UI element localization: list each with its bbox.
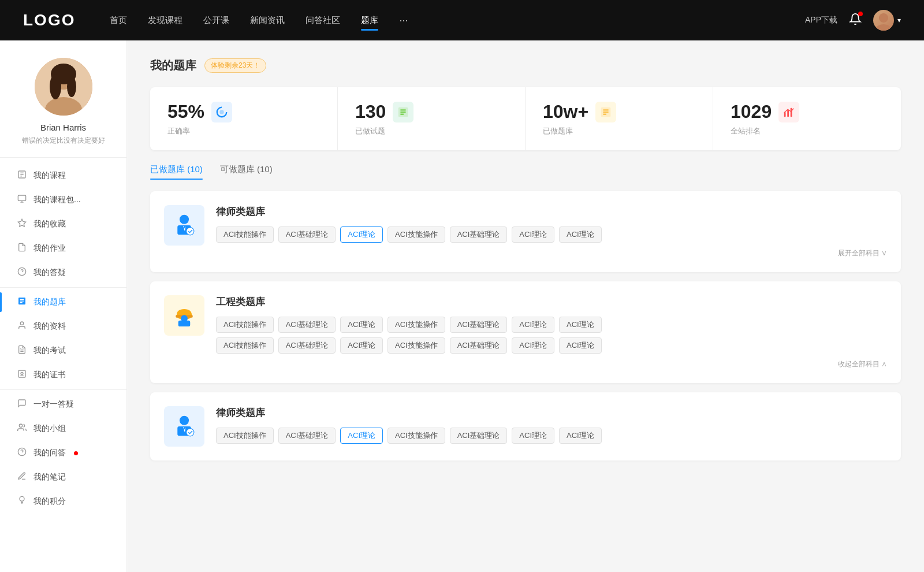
stat-rank: 1029 全站排名 [713,87,901,150]
tab-available-banks[interactable]: 可做题库 (10) [220,164,273,180]
tag[interactable]: ACI理论 [512,337,554,354]
sidebar-item-my-data[interactable]: 我的资料 [0,314,126,339]
tag[interactable]: ACI理论 [340,317,383,333]
user-avatar-button[interactable]: ▾ [873,10,901,31]
stat-accuracy-value: 55% [167,101,204,122]
qbank-header-2: 工程类题库 ACI技能操作 ACI基础理论 ACI理论 ACI技能操作 ACI基… [164,295,887,369]
tag-active[interactable]: ACI理论 [340,428,383,444]
svg-point-0 [879,13,888,23]
svg-point-52 [181,315,188,322]
page-title: 我的题库 [150,58,196,73]
expand-link-lawyer-1[interactable]: 展开全部科目 ∨ [216,248,887,258]
sidebar-item-group[interactable]: 我的小组 [0,417,126,441]
tag[interactable]: ACI技能操作 [388,428,445,444]
sidebar-label: 我的收藏 [33,219,66,229]
tag[interactable]: ACI理论 [340,337,383,354]
tag[interactable]: ACI技能操作 [216,317,274,333]
tag[interactable]: ACI基础理论 [450,226,508,243]
stats-row: 55% 正确率 130 [150,87,901,150]
sidebar-label: 我的题库 [33,297,66,307]
sidebar-item-course-package[interactable]: 我的课程包... [0,188,126,212]
collapse-link-engineer[interactable]: 收起全部科目 ∧ [216,359,887,369]
tag[interactable]: ACI理论 [512,226,554,243]
tag[interactable]: ACI技能操作 [216,337,274,354]
nav-more[interactable]: ··· [399,14,408,27]
points-icon [17,496,27,507]
tag[interactable]: ACI理论 [512,428,554,444]
qbank-title-lawyer-1: 律师类题库 [216,205,887,218]
tag[interactable]: ACI基础理论 [450,337,508,354]
notification-dot [858,12,863,16]
stat-value-row-2: 130 [355,101,508,122]
nav-item-news[interactable]: 新闻资讯 [250,13,285,28]
stat-rank-label: 全站排名 [731,126,884,136]
tag[interactable]: ACI理论 [512,317,554,333]
sidebar-item-exam[interactable]: 我的考试 [0,339,126,363]
svg-point-28 [19,424,22,427]
sidebar-item-points[interactable]: 我的积分 [0,489,126,514]
svg-rect-12 [18,195,25,200]
tag[interactable]: ACI技能操作 [216,226,274,243]
course-icon [17,170,27,181]
sidebar-item-tutor[interactable]: 一对一答疑 [0,392,126,417]
tag[interactable]: ACI技能操作 [216,428,274,444]
nav-item-home[interactable]: 首页 [110,13,127,28]
sidebar-label: 我的考试 [33,346,66,356]
sidebar-label: 我的作业 [33,243,66,254]
logo[interactable]: LOGO [23,11,75,29]
sidebar-label: 我的笔记 [33,472,66,482]
tag[interactable]: ACI基础理论 [278,317,336,333]
profile-bio: 错误的决定比没有决定要好 [22,136,105,146]
tag[interactable]: ACI基础理论 [278,428,336,444]
stat-done-banks: 10w+ 已做题库 [526,87,713,150]
sidebar-item-my-courses[interactable]: 我的课程 [0,164,126,188]
tag-active[interactable]: ACI理论 [340,226,383,243]
svg-marker-15 [18,219,25,226]
question-icon [17,267,27,278]
tag[interactable]: ACI基础理论 [450,317,508,333]
nav-item-qbank[interactable]: 题库 [361,13,378,28]
qbank-card-engineer: 工程类题库 ACI技能操作 ACI基础理论 ACI理论 ACI技能操作 ACI基… [150,281,901,383]
tag[interactable]: ACI理论 [559,428,602,444]
sidebar: Brian Harris 错误的决定比没有决定要好 我的课程 我的课程包... [0,40,127,572]
lawyer-icon-wrapper [164,205,204,246]
group-icon [17,423,27,434]
nav-item-discover[interactable]: 发现课程 [148,13,182,28]
tag[interactable]: ACI技能操作 [388,226,445,243]
tag[interactable]: ACI基础理论 [278,337,336,354]
tag[interactable]: ACI理论 [559,226,602,243]
tag[interactable]: ACI技能操作 [388,317,445,333]
nav-item-open[interactable]: 公开课 [203,13,229,28]
tag[interactable]: ACI技能操作 [388,337,445,354]
engineer-icon-wrapper [164,295,204,336]
tag[interactable]: ACI理论 [559,337,602,354]
sidebar-label: 我的证书 [33,370,66,380]
tag[interactable]: ACI理论 [559,317,602,333]
sidebar-item-my-qa[interactable]: 我的问答 [0,441,126,465]
sidebar-label: 我的答疑 [33,268,66,278]
tag[interactable]: ACI基础理论 [278,226,336,243]
notification-bell[interactable] [849,13,862,28]
tag[interactable]: ACI基础理论 [450,428,508,444]
page-title-row: 我的题库 体验剩余23天！ [150,58,901,73]
qa-badge-dot [74,451,78,455]
sidebar-item-notes[interactable]: 我的笔记 [0,465,126,489]
tab-done-banks[interactable]: 已做题库 (10) [150,164,203,180]
profile-avatar [35,58,92,116]
package-icon [17,194,27,206]
trial-badge: 体验剩余23天！ [204,58,266,73]
sidebar-item-favorites[interactable]: 我的收藏 [0,212,126,236]
app-download-button[interactable]: APP下载 [805,15,837,25]
star-icon [17,218,27,230]
sidebar-item-qbank[interactable]: 我的题库 [0,290,126,314]
nav-item-qa[interactable]: 问答社区 [305,13,340,28]
sidebar-item-homework[interactable]: 我的作业 [0,236,126,261]
svg-rect-44 [791,107,792,117]
user-menu-chevron: ▾ [897,16,901,24]
sidebar-item-certificate[interactable]: 我的证书 [0,363,126,387]
profile-section: Brian Harris 错误的决定比没有决定要好 [0,58,126,158]
sidebar-item-qa-mine[interactable]: 我的答疑 [0,261,126,285]
qbank-title-engineer: 工程类题库 [216,295,887,309]
sidebar-label: 我的积分 [33,496,66,507]
qbank-content-2: 工程类题库 ACI技能操作 ACI基础理论 ACI理论 ACI技能操作 ACI基… [216,295,887,369]
